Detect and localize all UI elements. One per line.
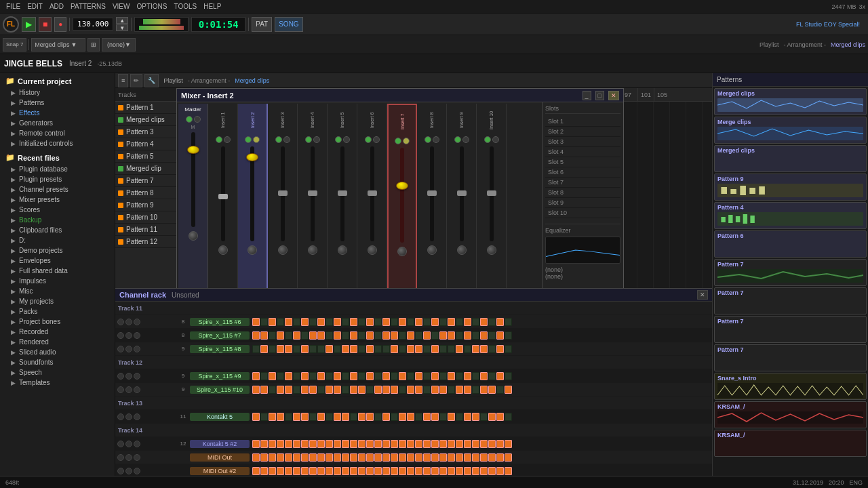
btn-mute-4[interactable] — [125, 386, 132, 393]
s2-4[interactable] — [285, 345, 292, 353]
mixer-close-btn[interactable]: ✕ — [608, 91, 619, 100]
s2-2[interactable] — [269, 345, 276, 353]
clip-krsam2[interactable]: KRSAM_/ — [714, 430, 867, 457]
step-1-18[interactable] — [399, 331, 406, 340]
btn-green-0[interactable] — [117, 319, 124, 325]
btn-m1-3[interactable] — [134, 454, 140, 461]
slot-8[interactable]: Slot 8 — [545, 188, 620, 198]
sidebar-header-recent[interactable]: 📁 Recent files — [0, 151, 115, 164]
ch2-yellow[interactable] — [253, 136, 260, 143]
ch10-green[interactable] — [484, 136, 491, 143]
sidebar-item-scores[interactable]: ▶ Scores — [0, 205, 115, 215]
s2-14[interactable] — [366, 345, 374, 353]
mixer-channel-5[interactable]: Insert 5 — [328, 104, 357, 288]
mixer-channel-6[interactable]: Insert 6 — [357, 104, 387, 288]
s2-24[interactable] — [448, 345, 455, 353]
song-mode-btn[interactable]: SONG — [275, 17, 302, 32]
step-0-12[interactable] — [350, 318, 357, 326]
clip-pat9[interactable]: Pattern 9 — [714, 174, 867, 201]
ch10-fader[interactable] — [487, 190, 496, 196]
step-1-22[interactable] — [431, 331, 439, 340]
ch3-knob[interactable] — [278, 245, 288, 255]
stop-button[interactable]: ■ — [39, 17, 52, 32]
btn-m2-3[interactable] — [134, 468, 140, 474]
sidebar-item-remote-control[interactable]: ▶ Remote control — [0, 128, 115, 138]
btn-m2-2[interactable] — [125, 468, 132, 474]
rack-name-midi2[interactable]: MIDI Out #2 — [190, 467, 250, 475]
ch-green-btn[interactable] — [186, 116, 193, 123]
step-1-31[interactable] — [505, 331, 512, 340]
ch4-knob[interactable] — [308, 245, 317, 255]
s2-5[interactable] — [293, 345, 300, 353]
step-1-19[interactable] — [407, 331, 414, 340]
step-0-26[interactable] — [464, 318, 471, 326]
ch7-knob[interactable] — [397, 247, 407, 256]
s2-13[interactable] — [358, 345, 366, 353]
btn-solo-5[interactable] — [134, 413, 140, 420]
sidebar-item-sliced-audio[interactable]: ▶ Sliced audio — [0, 347, 115, 357]
s2-31[interactable] — [505, 345, 512, 353]
s2-27[interactable] — [472, 345, 479, 353]
ch1-mute[interactable] — [224, 136, 231, 143]
step-0-28[interactable] — [480, 318, 488, 326]
s2-9[interactable] — [326, 345, 333, 353]
slot-4[interactable]: Slot 4 — [545, 147, 620, 157]
s2-16[interactable] — [382, 345, 390, 353]
step-0-13[interactable] — [358, 318, 366, 326]
rack-name-2[interactable]: Spire_x_115 #8 — [190, 345, 250, 353]
slot-5[interactable]: Slot 5 — [545, 157, 620, 167]
ch2-knob[interactable] — [248, 245, 257, 255]
step-1-10[interactable] — [334, 331, 341, 340]
ch8-knob[interactable] — [427, 245, 437, 255]
btn-green-6[interactable] — [117, 441, 124, 447]
s2-29[interactable] — [488, 345, 496, 353]
clip-pat7a[interactable]: Pattern 7 — [714, 259, 867, 286]
ch3-fader[interactable] — [278, 190, 288, 196]
ch7-green[interactable] — [395, 138, 401, 144]
step-1-6[interactable] — [301, 331, 309, 340]
sidebar-item-plugin-db[interactable]: ▶ Plugin database — [0, 164, 115, 174]
menu-options[interactable]: OPTIONS — [133, 3, 170, 10]
mixer-channel-2[interactable]: Insert 2 — [238, 104, 268, 288]
step-0-7[interactable] — [309, 318, 317, 326]
mixer-channel-1[interactable]: Insert 1 — [208, 104, 238, 288]
menu-patterns[interactable]: PATTERNS — [67, 3, 109, 10]
mixer-channel-master[interactable]: Master M — [178, 104, 208, 288]
btn-solo-0[interactable] — [134, 319, 140, 325]
rack-name-3[interactable]: Spire_x_115 #9 — [190, 372, 250, 380]
step-1-30[interactable] — [496, 331, 504, 340]
sidebar-item-project-bones[interactable]: ▶ Project bones — [0, 317, 115, 327]
step-1-17[interactable] — [391, 331, 398, 340]
s2-30[interactable] — [496, 345, 504, 353]
step-0-15[interactable] — [374, 318, 382, 326]
rack-close-btn[interactable]: ✕ — [697, 290, 708, 300]
step-1-20[interactable] — [415, 331, 422, 340]
ch2-green[interactable] — [245, 136, 252, 143]
record-button[interactable]: ● — [54, 17, 66, 32]
sidebar-item-clipboard[interactable]: ▶ Clipboard files — [0, 225, 115, 235]
clip-krsam1[interactable]: KRSAM_/ — [714, 401, 867, 428]
clip-pat7d[interactable]: Pattern 7 — [714, 344, 867, 371]
clip-merge3[interactable]: Merged clips — [714, 145, 867, 172]
master-fader-knob[interactable] — [187, 146, 199, 154]
step-0-22[interactable] — [431, 318, 439, 326]
step-1-14[interactable] — [366, 331, 374, 340]
btn-m1-2[interactable] — [125, 454, 132, 461]
mixer-channel-7[interactable]: Insert 7 — [387, 104, 417, 288]
clip-merged[interactable]: Merged clips — [714, 88, 867, 115]
step-1-21[interactable] — [423, 331, 431, 340]
merged-clips-dropdown[interactable]: Merged clips ▼ — [31, 38, 85, 52]
step-0-20[interactable] — [415, 318, 422, 326]
step-0-8[interactable] — [317, 318, 325, 326]
btn-mute-1[interactable] — [125, 332, 132, 339]
step-0-21[interactable] — [423, 318, 431, 326]
menu-edit[interactable]: EDIT — [24, 3, 46, 10]
step-0-1[interactable] — [260, 318, 268, 326]
s2-1[interactable] — [260, 345, 268, 353]
step-0-25[interactable] — [456, 318, 463, 326]
step-0-9[interactable] — [326, 318, 333, 326]
step-1-29[interactable] — [488, 331, 496, 340]
sidebar-item-init-controls[interactable]: ▶ Initialized controls — [0, 138, 115, 148]
ch5-mute[interactable] — [343, 136, 350, 143]
rack-name-5[interactable]: Kontakt 5 — [190, 413, 250, 421]
